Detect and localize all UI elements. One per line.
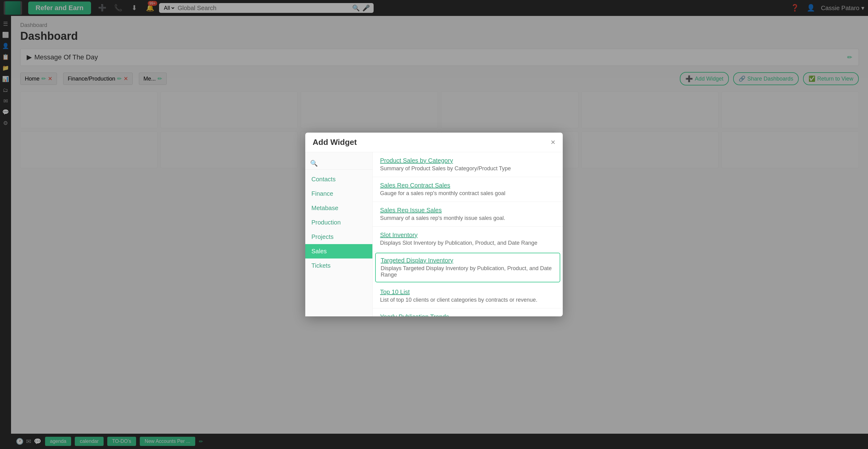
modal-search-bar: 🔍 <box>305 157 372 170</box>
widget-slot-inventory-name: Slot Inventory <box>380 231 555 238</box>
widget-sales-rep-issue-sales[interactable]: Sales Rep Issue Sales Summary of a sales… <box>373 202 563 227</box>
widget-slot-inventory-desc: Displays Slot Inventory by Publication, … <box>380 240 555 246</box>
widget-product-sales-by-category[interactable]: Product Sales by Category Summary of Pro… <box>373 152 563 177</box>
widget-slot-inventory[interactable]: Slot Inventory Displays Slot Inventory b… <box>373 227 563 252</box>
modal-close-button[interactable]: × <box>551 137 555 147</box>
widget-yearly-publication-trends-name: Yearly Publication Trends <box>380 313 555 316</box>
widget-sales-rep-contract-sales-name: Sales Rep Contract Sales <box>380 182 555 189</box>
widget-targeted-display-inventory-name: Targeted Display Inventory <box>381 257 555 264</box>
modal-header: Add Widget × <box>305 133 563 152</box>
add-widget-modal: Add Widget × 🔍 Contacts Finance Metabase… <box>305 133 563 316</box>
widget-sales-rep-issue-sales-desc: Summary of a sales rep's monthly issue s… <box>380 215 555 221</box>
widget-product-sales-by-category-name: Product Sales by Category <box>380 157 555 164</box>
widget-targeted-display-inventory[interactable]: Targeted Display Inventory Displays Targ… <box>375 253 560 282</box>
modal-nav-finance[interactable]: Finance <box>305 187 372 201</box>
widget-top-10-list-name: Top 10 List <box>380 289 555 295</box>
modal-body: 🔍 Contacts Finance Metabase Production P… <box>305 152 563 316</box>
widget-top-10-list-desc: List of top 10 clients or client categor… <box>380 297 555 303</box>
modal-title: Add Widget <box>313 137 357 147</box>
widget-yearly-publication-trends[interactable]: Yearly Publication Trends Compare last y… <box>373 309 563 316</box>
modal-sidebar: 🔍 Contacts Finance Metabase Production P… <box>305 152 373 316</box>
modal-nav-projects[interactable]: Projects <box>305 230 372 244</box>
modal-widget-list: Product Sales by Category Summary of Pro… <box>373 152 563 316</box>
widget-sales-rep-issue-sales-name: Sales Rep Issue Sales <box>380 207 555 214</box>
modal-nav-sales[interactable]: Sales <box>305 244 372 258</box>
modal-nav-tickets[interactable]: Tickets <box>305 258 372 273</box>
widget-targeted-display-inventory-desc: Displays Targeted Display Inventory by P… <box>381 265 555 278</box>
modal-nav-metabase[interactable]: Metabase <box>305 201 372 215</box>
modal-nav-contacts[interactable]: Contacts <box>305 172 372 187</box>
widget-top-10-list[interactable]: Top 10 List List of top 10 clients or cl… <box>373 284 563 309</box>
modal-nav-production[interactable]: Production <box>305 215 372 230</box>
modal-search-icon: 🔍 <box>310 160 318 167</box>
widget-sales-rep-contract-sales[interactable]: Sales Rep Contract Sales Gauge for a sal… <box>373 177 563 202</box>
widget-sales-rep-contract-sales-desc: Gauge for a sales rep's monthly contract… <box>380 190 555 197</box>
widget-product-sales-by-category-desc: Summary of Product Sales by Category/Pro… <box>380 165 555 172</box>
